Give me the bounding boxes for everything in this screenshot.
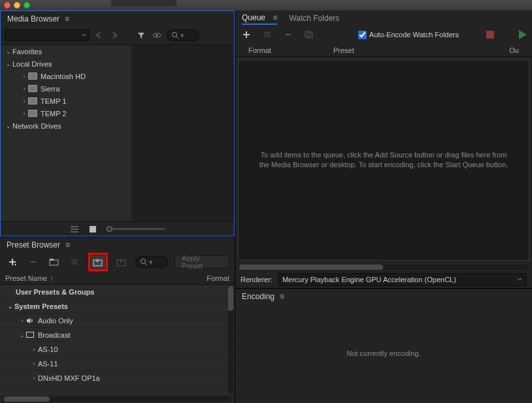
remove-preset-button[interactable] xyxy=(26,255,41,268)
add-source-button[interactable] xyxy=(241,29,252,40)
horizontal-scrollbar[interactable] xyxy=(0,395,235,403)
svg-point-1 xyxy=(156,35,158,37)
list-view-button[interactable] xyxy=(70,225,79,234)
search-icon xyxy=(140,258,148,266)
drive-icon xyxy=(28,97,37,105)
media-type-dropdown[interactable] xyxy=(5,29,90,41)
auto-encode-checkbox[interactable]: Auto-Encode Watch Folders xyxy=(358,31,459,39)
scrollbar-thumb[interactable] xyxy=(228,286,233,311)
filter-icon[interactable] xyxy=(135,29,147,41)
import-preset-button[interactable] xyxy=(91,255,105,268)
window-tab-strip xyxy=(111,0,176,7)
auto-encode-input[interactable] xyxy=(358,31,367,39)
chevron-right-icon: › xyxy=(20,86,28,92)
col-preset[interactable]: Preset xyxy=(333,46,509,54)
svg-point-2 xyxy=(173,33,177,37)
tree-favorites[interactable]: ⌄ Favorites xyxy=(1,45,131,57)
nav-forward-button[interactable] xyxy=(109,29,121,41)
ingest-icon[interactable] xyxy=(151,29,163,41)
tree-local-drives[interactable]: ⌄ Local Drives xyxy=(1,57,131,70)
svg-line-3 xyxy=(176,37,178,39)
panel-menu-icon[interactable]: ≡ xyxy=(280,292,284,301)
start-queue-button[interactable] xyxy=(519,30,527,39)
chevron-down-icon xyxy=(517,277,522,282)
stop-queue-button[interactable] xyxy=(486,31,494,39)
svg-line-20 xyxy=(145,263,147,265)
window-titlebar xyxy=(0,0,532,10)
chevron-right-icon: › xyxy=(20,73,28,80)
add-output-button[interactable] xyxy=(261,29,273,40)
preset-group-system[interactable]: ⌄ System Presets xyxy=(0,299,235,314)
svg-text:▾: ▾ xyxy=(14,263,16,266)
media-browser-header: Media Browser ≡ xyxy=(1,11,234,26)
preset-category-broadcast[interactable]: ⌄ Broadcast xyxy=(0,328,235,342)
chevron-right-icon: › xyxy=(20,110,28,117)
panel-menu-icon[interactable]: ≡ xyxy=(65,240,70,250)
panel-menu-icon[interactable]: ≡ xyxy=(65,14,69,24)
new-group-button[interactable] xyxy=(47,255,61,268)
apply-preset-button[interactable]: Apply Preset xyxy=(175,255,229,268)
preset-browser-header: Preset Browser ≡ xyxy=(0,237,235,252)
tree-network-drives[interactable]: ⌄ Network Drives xyxy=(1,120,131,132)
renderer-label: Renderer: xyxy=(241,276,273,283)
close-window-button[interactable] xyxy=(4,2,10,8)
svg-rect-13 xyxy=(50,259,54,261)
media-browser-panel: Media Browser ≡ xyxy=(0,10,235,236)
chevron-right-icon: › xyxy=(30,361,38,367)
chevron-down-icon: ⌄ xyxy=(7,303,14,310)
scrollbar-thumb[interactable] xyxy=(239,265,383,270)
queue-columns-header: Format Preset Ou xyxy=(235,44,532,57)
queue-drop-area[interactable]: To add items to the queue, click the Add… xyxy=(238,59,529,261)
chevron-down-icon xyxy=(81,33,86,38)
media-search-input[interactable]: ▾ xyxy=(167,29,199,41)
preset-search-input[interactable]: ▾ xyxy=(135,256,168,268)
zoom-window-button[interactable] xyxy=(24,2,30,8)
svg-rect-28 xyxy=(307,33,312,38)
zoom-slider[interactable] xyxy=(107,228,165,230)
preset-item[interactable]: › AS-11 xyxy=(0,357,235,371)
encoding-header: Encoding ≡ xyxy=(235,289,532,304)
tree-drive-item[interactable]: › TEMP 2 xyxy=(1,107,131,120)
add-preset-button[interactable]: ▾ xyxy=(5,255,20,268)
minimize-window-button[interactable] xyxy=(14,2,20,8)
svg-point-19 xyxy=(141,259,146,264)
tree-drive-item[interactable]: › Sierra xyxy=(1,82,131,95)
queue-panel: Queue ≡ Watch Folders xyxy=(235,10,532,289)
preset-browser-panel: Preset Browser ≡ ▾ xyxy=(0,236,235,403)
queue-empty-message: To add items to the queue, click the Add… xyxy=(258,150,509,170)
panel-menu-icon[interactable]: ≡ xyxy=(273,13,277,22)
col-preset-name[interactable]: Preset Name xyxy=(5,274,47,282)
tab-watch-folders[interactable]: Watch Folders xyxy=(289,12,339,24)
thumbnail-view-button[interactable] xyxy=(88,225,97,234)
drive-icon xyxy=(28,73,37,80)
chevron-down-icon: ⌄ xyxy=(5,48,12,55)
preset-item[interactable]: › DNxHD MXF OP1a xyxy=(0,371,235,385)
zoom-slider-knob[interactable] xyxy=(107,226,112,232)
preset-group-user[interactable]: User Presets & Groups xyxy=(0,285,235,299)
preset-category-audio[interactable]: › Audio Only xyxy=(0,314,235,328)
col-output[interactable]: Ou xyxy=(509,46,519,54)
col-format[interactable]: Format xyxy=(248,46,333,54)
chevron-right-icon: › xyxy=(30,346,38,353)
drive-icon xyxy=(28,85,37,92)
scrollbar-thumb[interactable] xyxy=(4,396,50,402)
renderer-dropdown[interactable]: Mercury Playback Engine GPU Acceleration… xyxy=(278,273,527,286)
preset-list: User Presets & Groups ⌄ System Presets ›… xyxy=(0,285,235,395)
preset-columns-header: Preset Name ↑ Format xyxy=(0,272,235,285)
tree-drive-item[interactable]: › Macintosh HD xyxy=(1,70,131,82)
remove-button[interactable] xyxy=(282,29,294,40)
svg-rect-27 xyxy=(305,31,310,37)
nav-back-button[interactable] xyxy=(93,29,105,41)
media-content-area[interactable] xyxy=(131,45,234,221)
tree-drive-item[interactable]: › TEMP 1 xyxy=(1,95,131,107)
col-format[interactable]: Format xyxy=(207,274,229,282)
preset-settings-button[interactable] xyxy=(68,255,82,268)
encoding-panel: Encoding ≡ Not currently encoding. xyxy=(235,289,532,403)
tab-queue[interactable]: Queue ≡ xyxy=(242,12,277,25)
duplicate-button[interactable] xyxy=(303,29,315,40)
preset-item[interactable]: › AS-10 xyxy=(0,342,235,357)
export-preset-button[interactable] xyxy=(114,255,129,268)
speaker-icon xyxy=(26,317,34,324)
horizontal-scrollbar[interactable] xyxy=(235,263,532,271)
chevron-right-icon: › xyxy=(18,317,26,324)
